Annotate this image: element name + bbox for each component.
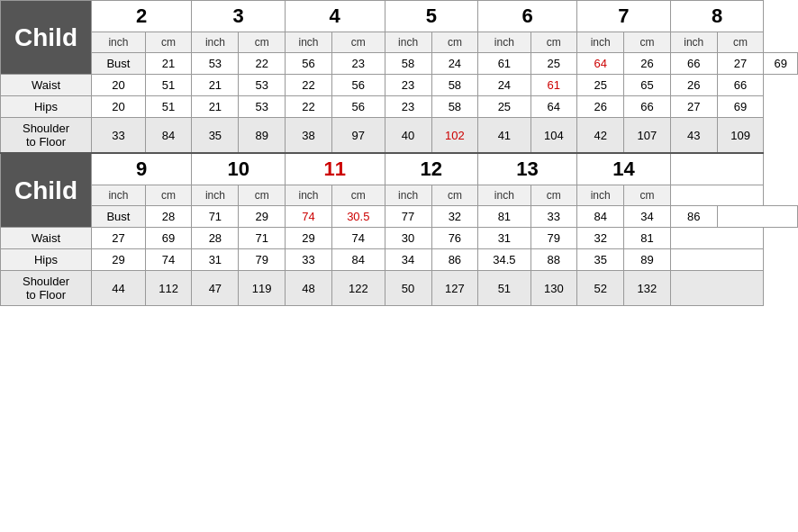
cell-waist-6-1: 66 [717,75,764,96]
cell-waist-3-1: 58 [431,75,478,96]
cell-bust-2-1: 58 [385,53,431,75]
size-chart: Child2345678inchcminchcminchcminchcminch… [0,0,798,306]
cell-bust-2-0: 30.5 [332,206,385,228]
cell-bust-0-0: 28 [145,206,192,228]
cell-hips-3-1: 86 [431,249,478,271]
row-label-stof: Shoulderto Floor [1,118,92,154]
cell-waist-5-0: 25 [577,75,624,96]
cell-stof-1-1: 119 [239,271,286,306]
size-header-13: 13 [478,153,577,185]
cell-stof-6-1: 109 [717,118,764,154]
cell-waist-4-0: 31 [478,228,530,249]
unit-inch: inch [192,185,239,206]
size-header-10: 10 [192,153,286,185]
cell-waist-3-0: 30 [385,228,431,249]
cell-stof-1-0: 35 [192,118,239,154]
unit-cm: cm [145,185,192,206]
cell-waist-1-0: 21 [192,75,239,96]
size-header-5: 5 [385,1,478,32]
cell-stof-5-1: 132 [624,271,671,306]
cell-stof-0-1: 112 [145,271,192,306]
cell-stof-0-1: 84 [145,118,192,154]
cell-hips-1-1: 79 [239,249,286,271]
cell-waist-1-1: 53 [239,75,286,96]
cell-stof-4-1: 104 [530,118,577,154]
unit-inch: inch [192,32,239,53]
cell-waist-5-1: 81 [624,228,671,249]
unit-inch: inch [478,185,530,206]
cell-hips-0-1: 74 [145,249,192,271]
cell-waist-2-0: 29 [285,228,331,249]
cell-hips-2-0: 22 [285,96,331,118]
cell-waist-0-1: 51 [145,75,192,96]
cell-stof-5-0: 42 [577,118,624,154]
child-label: Child [1,1,92,75]
cell-bust-0-0: 21 [145,53,192,75]
cell-hips-1-0: 21 [192,96,239,118]
cell-hips-2-1: 56 [332,96,385,118]
cell-hips-1-0: 31 [192,249,239,271]
cell-stof-2-0: 48 [285,271,331,306]
cell-stof-0-0: 33 [92,118,146,154]
cell-waist-1-1: 71 [239,228,286,249]
cell-waist-0-1: 69 [145,228,192,249]
cell-bust-6-1: 69 [764,53,798,75]
unit-cm: cm [145,32,192,53]
cell-waist-5-1: 65 [624,75,671,96]
cell-stof-2-1: 97 [332,118,385,154]
cell-waist-0-0: 20 [92,75,146,96]
cell-waist-2-1: 74 [332,228,385,249]
unit-inch: inch [385,185,431,206]
unit-cm: cm [332,32,385,53]
row-label-hips: Hips [1,249,92,271]
cell-stof-1-1: 89 [239,118,286,154]
cell-stof-3-0: 50 [385,271,431,306]
unit-cm: cm [431,185,478,206]
cell-bust-5-0: 34 [624,206,671,228]
cell-waist-4-1: 61 [530,75,577,96]
cell-bust-0-1: 53 [192,53,239,75]
cell-hips-0-1: 51 [145,96,192,118]
cell-bust-3-0: 32 [431,206,478,228]
size-header-2: 2 [92,1,192,32]
unit-inch: inch [577,185,624,206]
cell-stof-1-0: 47 [192,271,239,306]
cell-hips-4-1: 88 [530,249,577,271]
cell-hips-1-1: 53 [239,96,286,118]
cell-bust-3-0: 24 [431,53,478,75]
cell-hips-0-0: 20 [92,96,146,118]
unit-inch: inch [670,32,717,53]
cell-bust-5-1: 86 [670,206,717,228]
row-label-hips: Hips [1,96,92,118]
row-label-stof: Shoulderto Floor [1,271,92,306]
cell-bust-0-1: 71 [192,206,239,228]
cell-stof-5-1: 107 [624,118,671,154]
size-header-14: 14 [577,153,671,185]
cell-hips-3-0: 23 [385,96,431,118]
cell-bust-2-0: 23 [332,53,385,75]
unit-cm: cm [530,185,577,206]
cell-hips-4-1: 64 [530,96,577,118]
size-header-3: 3 [192,1,286,32]
cell-stof-2-0: 38 [285,118,331,154]
cell-bust-4-1: 84 [577,206,624,228]
cell-bust-3-1: 61 [478,53,530,75]
cell-bust-5-1: 66 [670,53,717,75]
cell-bust-6-0: 27 [717,53,764,75]
cell-waist-6-0: 26 [670,75,717,96]
cell-hips-4-0: 34.5 [478,249,530,271]
cell-stof-4-1: 130 [530,271,577,306]
size-header-4: 4 [285,1,385,32]
cell-bust-1-0: 29 [239,206,286,228]
cell-hips-4-0: 25 [478,96,530,118]
size-header-8: 8 [670,1,764,32]
unit-cm: cm [239,185,286,206]
cell-stof-5-0: 52 [577,271,624,306]
unit-cm: cm [624,185,671,206]
unit-cm: cm [332,185,385,206]
cell-stof-2-1: 122 [332,271,385,306]
cell-waist-4-0: 24 [478,75,530,96]
row-label-waist: Waist [1,228,92,249]
cell-hips-2-1: 84 [332,249,385,271]
cell-hips-6-0: 27 [670,96,717,118]
